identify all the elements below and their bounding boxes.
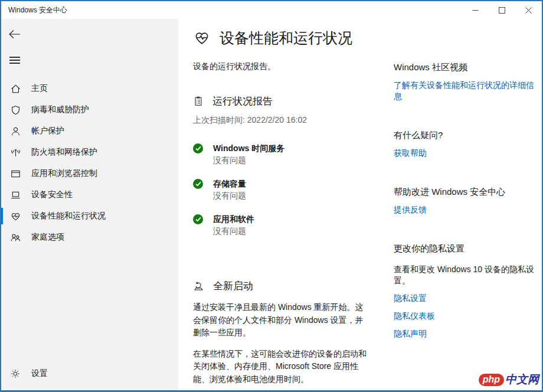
sidebar-nav: 主页 病毒和威胁防护 帐户保护 [1,78,178,248]
sidebar-item-label: 防火墙和网络保护 [31,147,97,158]
sidebar-item-virus-threat-protection[interactable]: 病毒和威胁防护 [1,99,178,120]
titlebar: Windows 安全中心 [1,1,542,19]
back-arrow-icon [9,30,21,39]
heart-pulse-icon [193,29,211,47]
sidebar-item-device-performance-health[interactable]: 设备性能和运行状况 [1,205,178,227]
heart-pulse-icon [9,210,21,222]
fresh-start-icon [193,280,204,292]
menu-button[interactable] [8,55,21,65]
minimize-icon [472,7,479,14]
health-report-title: 运行状况报告 [212,94,273,108]
aside-heading: 有什么疑问? [394,129,542,141]
fresh-start-title: 全新启动 [213,279,253,293]
aside-heading: 更改你的隐私设置 [394,243,542,254]
sidebar-item-label: 应用和浏览器控制 [31,168,97,179]
health-item-apps-software: 应用和软件 没有问题 [193,213,370,249]
sidebar-item-label: 设置 [31,368,48,379]
main-content: 设备性能和运行状况 设备的运行状况报告。 运行状况报告 上次扫描时间: 2022… [178,19,542,390]
sidebar-item-family-options[interactable]: 家庭选项 [1,227,178,248]
close-button[interactable] [515,1,542,19]
check-circle-icon [193,143,203,153]
privacy-statement-link[interactable]: 隐私声明 [394,328,542,339]
aside-column: Windows 社区视频 了解有关设备性能和运行状况的详细信息 有什么疑问? 获… [394,19,542,390]
health-item-status: 没有问题 [213,190,246,201]
laptop-icon [9,189,21,201]
aside-section-questions: 有什么疑问? 获取帮助 [394,129,542,159]
aside-section-community-videos: Windows 社区视频 了解有关设备性能和运行状况的详细信息 [394,61,542,102]
sidebar-item-account-protection[interactable]: 帐户保护 [1,120,178,142]
aside-heading: Windows 社区视频 [394,61,542,73]
minimize-button[interactable] [462,1,489,19]
network-signal-icon [9,146,21,158]
health-item-name: 应用和软件 [213,213,254,225]
watermark-text: 中文网 [505,372,539,387]
last-scan-time: 上次扫描时间: 2022/2/20 16:02 [193,115,370,126]
home-icon [9,83,21,94]
check-circle-icon [193,214,203,224]
sidebar: 主页 病毒和威胁防护 帐户保护 [1,19,178,390]
sidebar-item-home[interactable]: 主页 [1,78,178,99]
gear-icon [9,368,21,380]
maximize-button[interactable] [489,1,515,19]
fresh-start-paragraph-1: 通过安装干净且最新的 Windows 重新开始。这会保留你的个人文件和部分 Wi… [193,301,370,339]
health-item-windows-time-service: Windows 时间服务 没有问题 [193,142,370,178]
back-button[interactable] [9,27,23,41]
window-controls [462,1,542,19]
give-feedback-link[interactable]: 提供反馈 [394,204,542,215]
privacy-description: 查看和更改 Windows 10 设备的隐私设置。 [394,264,542,286]
health-item-status: 没有问题 [213,154,284,166]
aside-section-feedback: 帮助改进 Windows 安全中心 提供反馈 [394,186,542,215]
health-item-storage-capacity: 存储容量 没有问题 [193,178,370,213]
main-column: 设备性能和运行状况 设备的运行状况报告。 运行状况报告 上次扫描时间: 2022… [193,19,370,390]
privacy-dashboard-link[interactable]: 隐私仪表板 [394,311,542,322]
aside-section-privacy: 更改你的隐私设置 查看和更改 Windows 10 设备的隐私设置。 隐私设置 … [394,243,542,339]
page-title: 设备性能和运行状况 [220,27,352,48]
fresh-start-paragraph-2: 在某些情况下，这可能会改进你的设备的启动和关闭体验、内存使用、Microsoft… [193,348,370,386]
health-item-name: Windows 时间服务 [213,142,284,154]
get-help-link[interactable]: 获取帮助 [394,148,542,159]
php-logo: php [479,374,504,386]
family-icon [9,231,21,243]
learn-more-link[interactable]: 了解有关设备性能和运行状况的详细信息 [394,80,542,102]
sidebar-item-label: 主页 [31,83,48,94]
shield-icon [9,104,21,116]
sidebar-item-label: 病毒和威胁防护 [31,104,89,115]
page-subtitle: 设备的运行状况报告。 [193,61,370,72]
windows-security-window: Windows 安全中心 [0,0,543,392]
check-circle-icon [193,179,203,189]
health-item-status: 没有问题 [213,225,254,237]
health-item-name: 存储容量 [213,178,246,190]
window-title: Windows 安全中心 [8,5,67,15]
aside-heading: 帮助改进 Windows 安全中心 [394,186,542,198]
php-cn-watermark: php 中文网 [479,372,539,387]
person-icon [9,125,21,137]
sidebar-item-label: 设备安全性 [31,190,73,200]
hamburger-icon [9,57,20,58]
app-window-icon [9,168,21,179]
sidebar-item-device-security[interactable]: 设备安全性 [1,184,178,205]
health-items: Windows 时间服务 没有问题 存储容量 没有问题 [193,142,370,249]
privacy-settings-link[interactable]: 隐私设置 [394,293,542,304]
sidebar-item-label: 帐户保护 [31,126,64,136]
health-report-icon [193,96,204,107]
sidebar-item-label: 设备性能和运行状况 [31,211,106,221]
sidebar-item-firewall-network[interactable]: 防火墙和网络保护 [1,142,178,163]
sidebar-item-label: 家庭选项 [31,232,64,243]
sidebar-item-settings[interactable]: 设置 [1,363,178,384]
close-icon [525,7,532,14]
sidebar-item-app-browser-control[interactable]: 应用和浏览器控制 [1,163,178,184]
maximize-icon [499,7,505,14]
